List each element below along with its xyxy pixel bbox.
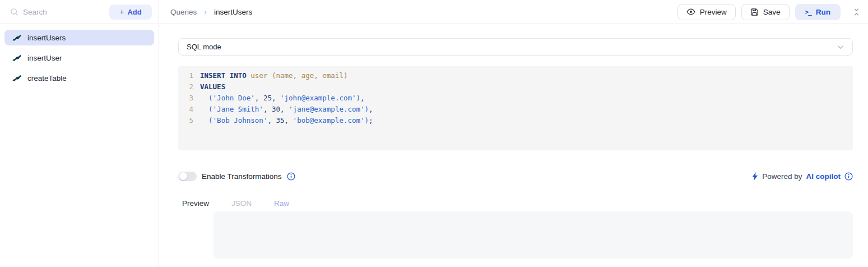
sidebar: + Add insertUsersinsertUsercreateTable [0, 0, 159, 267]
code-text[interactable]: ('Bob Johnson', 35, 'bob@example.com'); [193, 115, 373, 126]
sidebar-item-label: insertUsers [27, 34, 66, 42]
lightning-bolt-icon [752, 172, 758, 181]
ai-copilot-label[interactable]: AI copilot [806, 172, 841, 181]
query-mode-select[interactable]: SQL mode [178, 38, 853, 56]
terminal-icon: >_ [805, 8, 811, 16]
query-seal-icon [11, 34, 21, 42]
main-area: Queries › insertUsers Preview [160, 0, 868, 267]
query-seal-icon [11, 75, 21, 82]
code-text[interactable]: ('John Doe', 25, 'john@example.com'), [193, 93, 365, 104]
add-query-button[interactable]: + Add [109, 4, 152, 20]
search-icon [10, 8, 18, 16]
code-line: 4 ('Jane Smith', 30, 'jane@example.com')… [178, 104, 853, 115]
code-line: 3 ('John Doe', 25, 'john@example.com'), [178, 93, 853, 104]
code-lines: 1INSERT INTO user (name, age, email)2VAL… [178, 70, 853, 126]
query-list: insertUsersinsertUsercreateTable [0, 24, 159, 91]
result-output-panel [213, 211, 853, 259]
sidebar-item-label: insertUser [27, 54, 62, 62]
save-button[interactable]: Save [741, 4, 790, 20]
run-button-label: Run [816, 8, 830, 16]
plus-icon: + [119, 7, 124, 16]
save-icon [750, 8, 759, 16]
transformations-row: Enable Transformations [178, 170, 295, 182]
collapse-panel-icon[interactable] [852, 7, 861, 17]
run-button[interactable]: >_ Run [795, 4, 841, 20]
sidebar-item-insertUsers[interactable]: insertUsers [4, 30, 154, 45]
code-line: 2VALUES [178, 81, 853, 93]
code-text[interactable]: VALUES [193, 81, 225, 93]
powered-by-label: Powered by [762, 172, 802, 181]
copilot-row: Powered by AI copilot [752, 170, 853, 182]
chevron-right-icon: › [204, 7, 207, 16]
search-input[interactable] [23, 8, 105, 16]
sql-code-editor[interactable]: 1INSERT INTO user (name, age, email)2VAL… [178, 66, 853, 150]
query-seal-icon [11, 54, 21, 62]
enable-transformations-toggle[interactable] [178, 172, 197, 181]
result-tab-preview[interactable]: Preview [178, 197, 213, 214]
save-button-label: Save [763, 8, 781, 16]
line-number: 2 [178, 81, 193, 93]
sidebar-search-bar: + Add [0, 0, 159, 24]
preview-button[interactable]: Preview [677, 4, 736, 20]
main-header: Queries › insertUsers Preview [160, 0, 868, 24]
line-number: 3 [178, 93, 193, 104]
eye-icon [686, 7, 695, 16]
copilot-info-icon[interactable] [844, 172, 853, 181]
code-line: 5 ('Bob Johnson', 35, 'bob@example.com')… [178, 115, 853, 126]
code-text[interactable]: INSERT INTO user (name, age, email) [193, 70, 347, 81]
preview-button-label: Preview [700, 8, 727, 16]
line-number: 1 [178, 70, 193, 81]
sidebar-item-label: createTable [27, 74, 67, 82]
sidebar-item-insertUser[interactable]: insertUser [4, 50, 154, 66]
line-number: 5 [178, 115, 193, 126]
query-mode-value: SQL mode [187, 43, 221, 51]
add-button-label: Add [127, 8, 141, 16]
sidebar-item-createTable[interactable]: createTable [4, 70, 154, 86]
line-number: 4 [178, 104, 193, 115]
code-text[interactable]: ('Jane Smith', 30, 'jane@example.com'), [193, 104, 373, 115]
chevron-down-icon [837, 43, 844, 51]
code-line: 1INSERT INTO user (name, age, email) [178, 70, 853, 81]
transformations-label: Enable Transformations [202, 172, 282, 181]
breadcrumb: Queries › insertUsers [170, 7, 252, 16]
breadcrumb-parent[interactable]: Queries [170, 8, 197, 16]
app-window: + Add insertUsersinsertUsercreateTable Q… [0, 0, 868, 267]
header-actions: Preview Save >_ Run [677, 4, 861, 20]
breadcrumb-current: insertUsers [214, 8, 252, 16]
info-icon[interactable] [287, 172, 295, 181]
